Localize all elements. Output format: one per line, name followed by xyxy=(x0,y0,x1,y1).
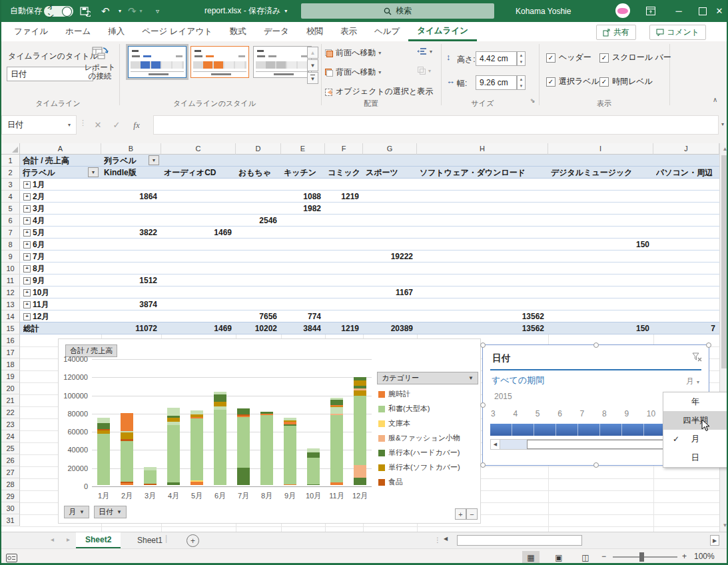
row-header-15[interactable]: 15 xyxy=(1,322,20,334)
expand-icon[interactable]: + xyxy=(23,229,31,237)
column-labels-filter-button[interactable]: ▼ xyxy=(149,155,159,165)
page-layout-view-button[interactable]: ▣ xyxy=(550,551,567,564)
column-header-A[interactable]: A xyxy=(20,143,101,155)
quick-access-chevron[interactable]: ▿ xyxy=(156,0,159,22)
pivot-chart[interactable]: 合計 / 売上高 0200004000060000800001000001200… xyxy=(58,338,481,524)
slicer-level-button[interactable]: 月▾ xyxy=(686,376,699,387)
column-header-G[interactable]: G xyxy=(363,143,417,155)
report-connections-button[interactable]: レポートの接続 xyxy=(84,45,116,103)
redo-icon[interactable]: ↷▾ xyxy=(128,0,143,22)
checkbox-ヘッダー[interactable]: ✓ヘッダー xyxy=(546,52,591,63)
column-header-C[interactable]: C xyxy=(161,143,236,155)
gallery-more-button[interactable]: ▼ xyxy=(307,72,318,84)
pivot-row-label[interactable]: +7月 xyxy=(23,251,97,263)
row-header-5[interactable]: 5 xyxy=(1,203,20,215)
column-header-I[interactable]: I xyxy=(548,143,653,155)
width-spinner[interactable]: ▲▼ xyxy=(517,75,526,90)
pivot-row-label[interactable]: +1月 xyxy=(23,179,97,191)
row-header-1[interactable]: 1 xyxy=(1,155,20,167)
row-header-25[interactable]: 25 xyxy=(1,442,20,454)
page-break-view-button[interactable]: ◫ xyxy=(577,551,594,564)
column-header-E[interactable]: E xyxy=(281,143,325,155)
slicer-period-label[interactable]: すべての期間 xyxy=(492,374,544,386)
column-header-D[interactable]: D xyxy=(236,143,281,155)
share-button[interactable]: 共有 xyxy=(596,25,636,40)
expand-icon[interactable]: + xyxy=(23,277,31,284)
pivot-row-label[interactable]: +3月 xyxy=(23,203,97,215)
pivot-row-label[interactable]: +5月 xyxy=(23,227,97,239)
height-input[interactable]: 4.42 cm xyxy=(476,51,517,66)
pivot-row-label[interactable]: +10月 xyxy=(23,286,97,298)
timeline-style-blue[interactable] xyxy=(128,46,186,78)
zoom-in-button[interactable]: + xyxy=(682,552,687,561)
row-header-13[interactable]: 13 xyxy=(1,298,20,310)
expand-icon[interactable]: + xyxy=(23,289,31,296)
collapse-ribbon-chevron[interactable]: ∧ xyxy=(713,96,717,103)
row-header-22[interactable]: 22 xyxy=(1,406,20,418)
row-header-3[interactable]: 3 xyxy=(1,179,20,191)
timeline-style-gray[interactable] xyxy=(253,46,312,78)
row-header-19[interactable]: 19 xyxy=(1,370,20,382)
zoom-out-button[interactable]: − xyxy=(601,552,606,561)
sheet-area[interactable]: ABCDEFGHIJ 12345678910111213141516171819… xyxy=(1,143,728,532)
selection-pane-button[interactable]: オブジェクトの選択と表示 xyxy=(325,86,433,97)
tab-挿入[interactable]: 挿入 xyxy=(99,22,133,41)
pivot-row-label[interactable]: +12月 xyxy=(23,310,97,322)
tab-校閲[interactable]: 校閲 xyxy=(298,22,332,41)
selection-handle[interactable] xyxy=(593,462,599,468)
expand-icon[interactable]: + xyxy=(23,181,31,189)
row-header-16[interactable]: 16 xyxy=(1,334,20,346)
comments-button[interactable]: コメント xyxy=(649,25,706,40)
row-header-31[interactable]: 31 xyxy=(1,514,20,526)
row-header-17[interactable]: 17 xyxy=(1,346,20,358)
zoom-slider-thumb[interactable] xyxy=(639,552,644,562)
size-dialog-launcher[interactable]: ⇘ xyxy=(530,97,536,104)
menu-item-年[interactable]: 年 xyxy=(663,392,727,411)
column-header-B[interactable]: B xyxy=(101,143,161,155)
chart-axis-field-button-月[interactable]: 月▼ xyxy=(64,506,89,518)
expand-icon[interactable]: + xyxy=(23,193,31,201)
row-header-2[interactable]: 2 xyxy=(1,167,20,179)
pivot-row-label[interactable]: +9月 xyxy=(23,275,97,286)
avatar[interactable] xyxy=(615,3,630,18)
height-spinner[interactable]: ▲▼ xyxy=(517,51,526,66)
expand-icon[interactable]: + xyxy=(23,301,31,308)
row-header-26[interactable]: 26 xyxy=(1,454,20,466)
tab-ホーム[interactable]: ホーム xyxy=(57,22,99,41)
selection-handle[interactable] xyxy=(706,342,711,348)
row-header-6[interactable]: 6 xyxy=(1,215,20,227)
width-input[interactable]: 9.26 cm xyxy=(476,75,517,90)
chart-axis-field-button-日付[interactable]: 日付▼ xyxy=(94,506,127,518)
sheet-nav-right-arrow[interactable]: ▸ xyxy=(67,536,70,543)
zoom-percentage[interactable]: 100% xyxy=(694,552,715,561)
name-box[interactable]: 日付 ▾ xyxy=(1,115,77,135)
expand-formula-bar-chevron[interactable]: ▾ xyxy=(721,121,724,127)
menu-item-四半期[interactable]: 四半期 xyxy=(663,411,727,430)
row-header-20[interactable]: 20 xyxy=(1,382,20,394)
tab-ヘルプ[interactable]: ヘルプ xyxy=(366,22,408,41)
legend-item[interactable]: 単行本(ハードカバー) xyxy=(378,448,460,458)
legend-item[interactable]: 和書(大型本) xyxy=(378,404,430,414)
legend-item[interactable]: 食品 xyxy=(378,477,403,487)
row-header-21[interactable]: 21 xyxy=(1,394,20,406)
column-header-J[interactable]: J xyxy=(653,143,719,155)
column-header-F[interactable]: F xyxy=(325,143,363,155)
checkbox-選択ラベル[interactable]: ✓選択ラベル xyxy=(546,76,599,87)
new-sheet-button[interactable]: + xyxy=(186,534,199,547)
menu-item-月[interactable]: ✓月 xyxy=(663,430,727,448)
row-header-14[interactable]: 14 xyxy=(1,310,20,322)
row-header-8[interactable]: 8 xyxy=(1,239,20,251)
menu-item-日[interactable]: 日 xyxy=(663,448,727,467)
sheet-tab-Sheet2[interactable]: Sheet2 xyxy=(76,532,121,548)
sheet-nav-left-arrow[interactable]: ◂ xyxy=(51,536,54,543)
tab-ページ レイアウト[interactable]: ページ レイアウト xyxy=(133,22,221,41)
hscroll-right-arrow[interactable]: ▶ xyxy=(710,535,719,546)
row-header-24[interactable]: 24 xyxy=(1,430,20,442)
expand-icon[interactable]: + xyxy=(23,253,31,261)
search-input[interactable]: 検索 xyxy=(301,3,494,19)
pivot-row-label[interactable]: +8月 xyxy=(23,263,97,275)
timeline-title-input[interactable]: 日付 xyxy=(7,67,93,81)
row-labels-filter-button[interactable]: ▼ xyxy=(88,167,99,177)
vertical-scrollbar[interactable]: ▲ ▼ xyxy=(719,143,728,532)
expand-icon[interactable]: + xyxy=(23,217,31,225)
